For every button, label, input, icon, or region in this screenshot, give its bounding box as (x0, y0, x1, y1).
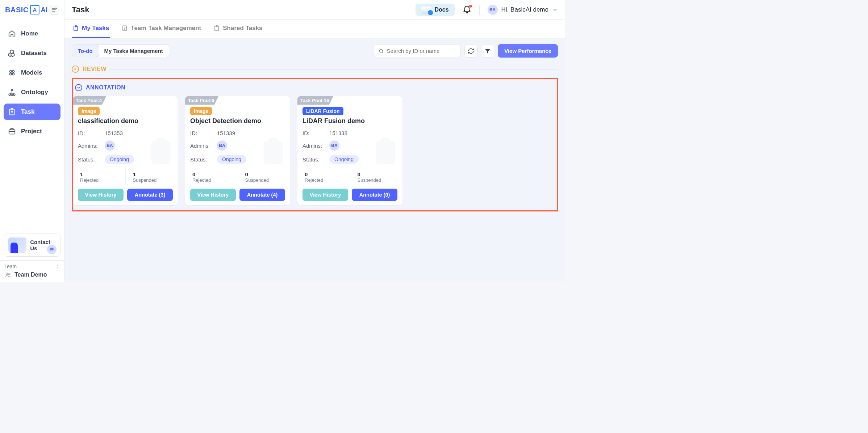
notifications-button[interactable] (463, 5, 471, 14)
admin-avatar[interactable]: BA (217, 140, 227, 151)
task-card: Task Pool:16 LiDAR Fusion LiDAR Fusion d… (297, 96, 402, 205)
tab-label: Shared Tasks (223, 25, 262, 32)
id-label: ID: (302, 130, 326, 136)
annotate-button[interactable]: Annotate (0) (352, 189, 397, 201)
content-area: To-do My Tasks Management View Performan… (64, 38, 565, 282)
brand-logo[interactable]: BASIC A AI (5, 5, 48, 14)
section-title: REVIEW (83, 66, 107, 72)
search-input-wrap[interactable] (374, 45, 461, 57)
status-badge: Ongoing (217, 155, 246, 164)
sidebar-item-label: Task (21, 108, 35, 115)
suspended-label: Suspended (245, 177, 291, 183)
sidebar-item-datasets[interactable]: Datasets (4, 45, 60, 62)
rejected-label: Rejected (305, 177, 350, 183)
brain-icon (8, 69, 16, 77)
sidebar-item-project[interactable]: Project (4, 123, 60, 140)
tab-label: My Tasks (82, 25, 109, 32)
svg-point-4 (11, 89, 13, 91)
admin-avatar[interactable]: BA (105, 140, 115, 151)
view-history-button[interactable]: View History (78, 189, 124, 201)
seg-mgmt[interactable]: My Tasks Management (99, 45, 169, 57)
hierarchy-icon (8, 88, 16, 96)
svg-rect-23 (376, 141, 395, 164)
search-input[interactable] (387, 48, 456, 54)
status-label: Status: (78, 156, 101, 163)
avatar: BA (488, 5, 498, 15)
task-pool-tag: Task Pool:16 (297, 96, 333, 105)
play-circle-icon (72, 66, 79, 73)
sidebar-item-label: Home (21, 30, 38, 37)
type-badge: Image (190, 107, 212, 115)
team-selector[interactable]: Team Team Demo (0, 260, 64, 282)
svg-point-1 (12, 71, 14, 73)
menu-icon (51, 7, 57, 13)
sidebar-item-models[interactable]: Models (4, 64, 60, 81)
view-performance-button[interactable]: View Performance (498, 44, 558, 58)
section-review-header[interactable]: REVIEW (72, 66, 558, 73)
chat-icon (47, 245, 57, 254)
sidebar-item-ontology[interactable]: Ontology (4, 84, 60, 101)
task-pool-tag: Task Pool:6 (185, 96, 218, 105)
chevron-down-icon (552, 7, 558, 13)
document-icon (121, 25, 128, 31)
svg-rect-21 (264, 141, 283, 164)
status-badge: Ongoing (329, 155, 359, 164)
svg-rect-22 (269, 138, 277, 143)
segmented-control: To-do My Tasks Management (72, 45, 169, 57)
annotate-button[interactable]: Annotate (3) (127, 189, 173, 201)
sidebar-item-home[interactable]: Home (4, 25, 60, 42)
sidebar-item-label: Datasets (21, 50, 47, 57)
svg-point-2 (10, 73, 12, 75)
brand-name: BASIC (5, 6, 29, 14)
task-card: Task Pool:4 Image classification demo ID… (73, 96, 178, 205)
sidebar: BASIC A AI Home Datasets Models (0, 0, 64, 282)
seg-todo[interactable]: To-do (72, 45, 99, 57)
notification-dot (469, 5, 472, 8)
contact-illustration (8, 237, 26, 253)
sidebar-item-label: Models (21, 69, 42, 76)
sidebar-toggle-button[interactable] (49, 5, 59, 15)
main: Task Docs BA Hi, BasicAI demo (64, 0, 565, 282)
suspended-label: Suspended (358, 177, 403, 183)
task-title: classification demo (78, 117, 173, 125)
section-annotation-header[interactable]: ANNOTATION (73, 84, 557, 91)
admins-label: Admins: (302, 143, 326, 149)
chevron-down-circle-icon (75, 84, 82, 91)
admins-label: Admins: (190, 143, 213, 149)
status-label: Status: (190, 156, 213, 163)
admin-avatar[interactable]: BA (329, 140, 339, 151)
svg-rect-24 (381, 138, 389, 143)
cubes-icon (8, 49, 16, 57)
docs-icon (421, 7, 431, 13)
status-label: Status: (302, 156, 326, 163)
sidebar-item-task[interactable]: Task (4, 104, 60, 120)
refresh-button[interactable] (464, 45, 477, 58)
svg-point-3 (12, 73, 14, 75)
svg-point-18 (380, 49, 383, 52)
annotate-button[interactable]: Annotate (4) (239, 189, 285, 201)
briefcase-icon (8, 127, 16, 135)
page-title: Task (72, 5, 89, 14)
user-menu[interactable]: BA Hi, BasicAI demo (488, 5, 558, 15)
filter-button[interactable] (481, 45, 494, 58)
tab-my-tasks[interactable]: My Tasks (72, 20, 110, 38)
svg-point-6 (11, 94, 13, 96)
view-history-button[interactable]: View History (302, 189, 348, 201)
docs-button[interactable]: Docs (416, 4, 454, 16)
sidebar-item-label: Project (21, 128, 42, 135)
contact-us-card[interactable]: Contact Us (4, 234, 60, 257)
svg-rect-19 (151, 141, 171, 164)
type-badge: Image (78, 107, 100, 115)
clipboard-icon (213, 25, 220, 31)
clipboard-icon (8, 108, 16, 116)
tab-shared-tasks[interactable]: Shared Tasks (213, 20, 263, 38)
brand-suffix: AI (41, 6, 48, 14)
filter-icon (484, 48, 491, 54)
tab-team-task-management[interactable]: Team Task Management (121, 20, 202, 38)
suspended-label: Suspended (133, 177, 178, 183)
rejected-count: 0 (305, 171, 350, 177)
admins-label: Admins: (78, 143, 101, 149)
clipboard-bg-icon (148, 136, 174, 167)
task-cards: Task Pool:4 Image classification demo ID… (73, 96, 557, 205)
view-history-button[interactable]: View History (190, 189, 236, 201)
